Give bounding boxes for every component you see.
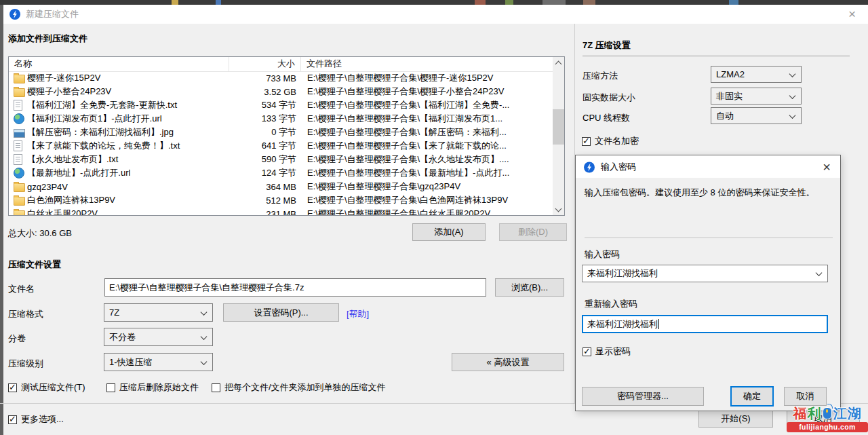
archive-settings-title: 压缩文件设置 (8, 259, 61, 271)
checkbox-icon[interactable] (106, 383, 115, 392)
format-select[interactable]: 7Z (104, 303, 213, 322)
solid-label: 固实数据大小 (583, 92, 635, 104)
file-list-row[interactable]: 【解压密码：来福利江湖找福利】.jpg 0 字节 E:\樱狸子\自整理樱狸子合集… (9, 126, 553, 139)
dialog-description: 输入压缩包密码。建议使用至少 8 位的密码来保证安全性。 (585, 187, 833, 199)
method-label: 压缩方法 (583, 70, 618, 82)
file-list-row[interactable]: 白色渔网连裤袜13P9V 512 MB E:\樱狸子\自整理樱狸子合集\白色渔网… (9, 193, 553, 207)
level-label: 压缩级别 (8, 358, 43, 370)
reenter-password-label: 重新输入密码 (585, 298, 637, 310)
folder-icon (14, 210, 25, 215)
help-link[interactable]: [帮助] (347, 308, 369, 320)
image-icon (14, 129, 25, 138)
add-button[interactable]: 添加(A) (412, 223, 486, 241)
watermark-char: 利 (808, 404, 821, 423)
enter-password-label: 输入密码 (585, 248, 620, 261)
chevron-down-icon (789, 92, 796, 99)
background-window-edge (0, 5, 3, 435)
checkbox-icon[interactable] (583, 347, 591, 356)
file-list-row[interactable]: 【福利江湖】全免费-无套路-更新快.txt 534 字节 E:\樱狸子\自整理樱… (9, 98, 553, 112)
folder-icon (14, 88, 25, 97)
chevron-down-icon (201, 333, 208, 340)
chevron-down-icon (201, 309, 208, 316)
dialog-cancel-button[interactable]: 取消 (784, 387, 827, 406)
chevron-down-icon (201, 358, 208, 365)
file-list-row[interactable]: 【永久地址发布页】.txt 590 字节 E:\樱狸子\自整理樱狸子合集\【永久… (9, 153, 553, 166)
scroll-up-icon[interactable] (553, 57, 564, 69)
encrypt-filenames-checkbox[interactable]: 文件名加密 (582, 136, 639, 147)
app-icon (584, 162, 595, 172)
checkbox-icon[interactable] (8, 415, 17, 424)
file-list-row[interactable]: gzq23P4V 364 MB E:\樱狸子\自整理樱狸子合集\gzq23P4V (9, 180, 553, 193)
folder-icon (14, 75, 25, 83)
chevron-down-icon (816, 269, 823, 276)
volume-label: 分卷 (8, 333, 26, 345)
solid-select[interactable]: 非固实 (711, 88, 802, 105)
volume-select[interactable]: 不分卷 (104, 328, 213, 346)
test-archive-checkbox[interactable]: 测试压缩文件(T) (8, 382, 85, 393)
delete-button: 删除(D) (499, 223, 567, 241)
ok-button[interactable]: 确定 (730, 386, 774, 406)
window-title: 新建压缩文件 (26, 8, 79, 20)
file-list-row[interactable]: 樱狸子-迷你15P2V 733 MB E:\樱狸子\自整理樱狸子合集\樱狸子-迷… (9, 71, 553, 85)
url-icon (14, 113, 24, 124)
total-size-label: 总大小: 30.6 GB (8, 227, 72, 240)
checkbox-icon[interactable] (8, 383, 17, 392)
close-icon[interactable]: × (848, 5, 856, 23)
column-header-name[interactable]: 名称 (9, 57, 229, 71)
file-list-row[interactable]: 【福利江湖发布页1】-点此打开.url 133 字节 E:\樱狸子\自整理樱狸子… (9, 112, 553, 126)
column-header-path[interactable]: 文件路径 (301, 57, 553, 71)
add-files-section-title: 添加文件到压缩文件 (8, 33, 87, 45)
file-list-row[interactable]: 白丝水手服20P2V 231 MB E:\樱狸子\自整理樱狸子合集\白丝水手服2… (9, 207, 553, 215)
text-file-icon (14, 154, 22, 165)
show-password-checkbox[interactable]: 显示密码 (583, 346, 631, 357)
scrollbar-thumb[interactable] (553, 109, 564, 145)
watermark: 福 利 江湖 fulijianghu.com (787, 404, 868, 435)
separate-archives-checkbox[interactable]: 把每个文件/文件夹添加到单独的压缩文件 (212, 382, 386, 393)
chevron-down-icon (789, 71, 796, 77)
reenter-password-input[interactable]: 来福利江湖找福利 (582, 315, 828, 333)
file-list-row[interactable]: 【来了就能下载的论坛，纯免费！】.txt 641 字节 E:\樱狸子\自整理樱狸… (9, 139, 553, 153)
level-select[interactable]: 1-快速压缩 (104, 353, 213, 371)
format-label: 压缩格式 (8, 308, 43, 320)
file-list-header: 名称 大小 文件路径 (9, 57, 553, 72)
file-list-row[interactable]: 樱狸子小整合24P23V 3.52 GB E:\樱狸子\自整理樱狸子合集\樱狸子… (9, 85, 553, 98)
mouse-icon (823, 407, 832, 419)
enter-password-combo[interactable]: 来福利江湖找福利 (582, 265, 828, 282)
filename-label: 文件名 (8, 283, 35, 295)
column-header-size[interactable]: 大小 (229, 57, 301, 71)
window-titlebar: 新建压缩文件 × (3, 5, 868, 24)
cpu-threads-label: CPU 线程数 (583, 112, 630, 124)
cpu-threads-select[interactable]: 自动 (711, 107, 802, 124)
background-window-sliver (0, 0, 868, 5)
url-icon (14, 168, 24, 178)
set-password-button[interactable]: 设置密码(P)... (223, 303, 339, 322)
7z-settings-title: 7Z 压缩设置 (583, 39, 631, 52)
password-dialog: 输入密码 × 输入压缩包密码。建议使用至少 8 位的密码来保证安全性。 输入密码… (575, 155, 841, 411)
checkbox-icon[interactable] (582, 137, 591, 146)
watermark-char: 福 (793, 404, 807, 423)
browse-button[interactable]: 浏览(B)... (495, 278, 564, 297)
folder-icon (14, 183, 25, 192)
filename-input[interactable]: E:\樱狸子\自整理樱狸子合集\自整理樱狸子合集.7z (104, 278, 486, 297)
chevron-down-icon (789, 112, 796, 119)
scroll-down-icon[interactable] (553, 204, 564, 215)
close-icon[interactable]: × (823, 157, 831, 177)
text-file-icon (14, 140, 22, 151)
folder-icon (14, 197, 25, 206)
vertical-scrollbar[interactable] (553, 57, 564, 215)
dialog-titlebar: 输入密码 × (576, 155, 840, 178)
advanced-settings-button[interactable]: « 高级设置 (452, 353, 564, 371)
delete-original-checkbox[interactable]: 压缩后删除原始文件 (106, 382, 199, 393)
password-manager-button[interactable]: 密码管理器... (582, 387, 704, 406)
watermark-chars: 江湖 (833, 404, 862, 423)
text-file-icon (14, 100, 22, 111)
file-list-row[interactable]: 【最新地址】-点此打开.url 124 字节 E:\樱狸子\自整理樱狸子合集\【… (9, 166, 553, 180)
watermark-url: fulijianghu.com (787, 422, 868, 432)
checkbox-icon[interactable] (212, 383, 220, 392)
text-caret (658, 319, 659, 329)
method-select[interactable]: LZMA2 (711, 66, 802, 83)
file-list: 名称 大小 文件路径 樱狸子-迷你15P2V 733 MB E:\樱狸子\自整理… (8, 56, 565, 216)
app-icon (9, 9, 20, 20)
start-button[interactable]: 开始(S) (698, 409, 773, 428)
more-options-checkbox[interactable]: 更多选项... (8, 414, 64, 425)
